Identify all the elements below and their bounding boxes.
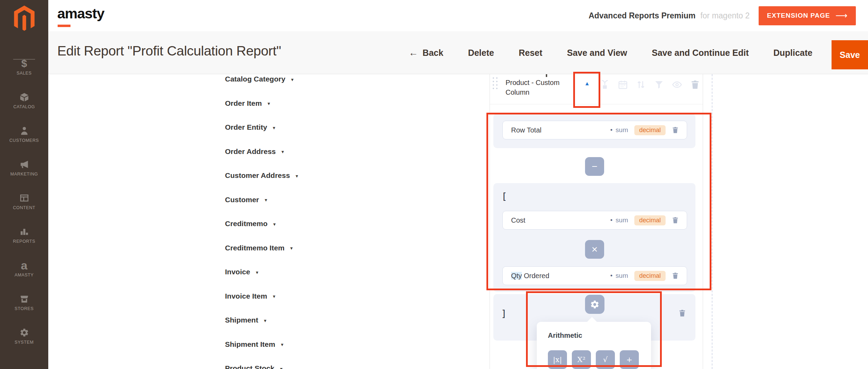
chevron-down-icon — [272, 291, 276, 301]
sidebar-item-label: SYSTEM — [15, 340, 34, 345]
header-right: Advanced Reports Premium for magento 2 E… — [589, 0, 856, 31]
column-header-row: Product - Custom Column — [490, 74, 703, 104]
entity-item-order-entity[interactable]: Order Entity — [225, 123, 299, 132]
entity-item-creditmemo[interactable]: Creditmemo — [225, 219, 299, 228]
entity-item-shipment[interactable]: Shipment — [225, 316, 299, 325]
type-badge: decimal — [634, 125, 666, 135]
extension-page-button[interactable]: EXTENSION PAGE — [759, 6, 856, 25]
magento-logo-icon[interactable] — [13, 6, 36, 31]
calendar-icon[interactable] — [618, 79, 628, 90]
entity-item-shipment-item[interactable]: Shipment Item — [225, 340, 299, 349]
sidebar-item-label: SALES — [17, 71, 32, 76]
entity-item-invoice-item[interactable]: Invoice Item — [225, 292, 299, 301]
amasty-logo[interactable]: amasty — [57, 5, 104, 22]
eye-icon[interactable] — [672, 79, 682, 90]
trash-icon[interactable] — [678, 309, 686, 318]
layout-icon — [19, 192, 29, 204]
sidebar-item-amasty[interactable]: a AMASTY — [0, 257, 48, 291]
entity-item-order-address[interactable]: Order Address — [225, 147, 299, 156]
expression-group-row-total: Row Total • sum decimal — [493, 114, 695, 148]
reset-button[interactable]: Reset — [519, 48, 542, 58]
sidebar-item-system[interactable]: SYSTEM — [0, 325, 48, 358]
drag-handle-icon[interactable] — [493, 77, 498, 92]
sidebar-item-sales[interactable]: $ SALES — [0, 55, 48, 89]
column-header-icons — [600, 79, 700, 90]
arithmetic-buttons: |x| X² √ + — [548, 350, 639, 369]
type-badge: decimal — [634, 271, 666, 281]
entity-item-order-item[interactable]: Order Item — [225, 99, 299, 108]
amasty-logo-underline — [58, 25, 70, 27]
action-buttons: Back Delete Reset Save and View Save and… — [409, 31, 812, 74]
entity-item-customer-address[interactable]: Customer Address — [225, 171, 299, 180]
field-card-row-total[interactable]: Row Total • sum decimal — [502, 121, 687, 139]
back-arrow-icon — [409, 48, 423, 58]
title-bar: Edit Report "Profit Calculation Report" … — [48, 31, 868, 74]
sidebar-item-reports[interactable]: REPORTS — [0, 224, 48, 257]
chevron-down-icon — [267, 98, 271, 108]
expression-group-bracketed: [ Cost • sum decimal × Qty Ordered — [493, 183, 695, 292]
sidebar-item-stores[interactable]: STORES — [0, 291, 48, 325]
trash-icon[interactable] — [671, 272, 679, 280]
add-operator-gear-button[interactable] — [585, 295, 604, 314]
trash-icon[interactable] — [690, 79, 700, 90]
aggregation-label: sum — [616, 126, 628, 134]
popup-pointer — [587, 317, 597, 322]
chevron-down-icon — [290, 243, 294, 253]
product-suffix: for magento 2 — [700, 11, 750, 20]
column-title: Product - Custom Column — [506, 78, 573, 97]
plus-button[interactable]: + — [620, 350, 639, 369]
custom-column-panel: Product - Custom Column — [490, 74, 703, 369]
sidebar-item-label: CATALOG — [13, 104, 35, 109]
storefront-icon — [19, 293, 29, 304]
save-and-view-button[interactable]: Save and View — [567, 48, 627, 58]
save-button[interactable]: Save — [832, 40, 868, 69]
entity-item-catalog-category[interactable]: Catalog Category — [225, 75, 299, 84]
trash-icon[interactable] — [671, 216, 679, 224]
arithmetic-popup: Arithmetic |x| X² √ + — [537, 322, 651, 369]
chevron-down-icon — [272, 122, 276, 132]
duplicate-button[interactable]: Duplicate — [773, 48, 812, 58]
sidebar-item-label: STORES — [15, 306, 34, 311]
sidebar-item-marketing[interactable]: MARKETING — [0, 156, 48, 190]
multiply-operator-button[interactable]: × — [585, 240, 604, 259]
chevron-down-icon — [263, 315, 267, 325]
sort-icon[interactable] — [636, 79, 646, 90]
sidebar-item-label: CONTENT — [13, 205, 35, 210]
chevron-down-icon — [273, 219, 277, 229]
sqrt-button[interactable]: √ — [596, 350, 615, 369]
entity-item-customer[interactable]: Customer — [225, 195, 299, 204]
square-button[interactable]: X² — [572, 350, 591, 369]
trash-icon[interactable] — [671, 126, 679, 134]
abs-button[interactable]: |x| — [548, 350, 567, 369]
sidebar-item-content[interactable]: CONTENT — [0, 190, 48, 224]
sidebar-item-customers[interactable]: CUSTOMERS — [0, 123, 48, 156]
field-card-qty-ordered[interactable]: Qty Ordered • sum decimal — [502, 266, 687, 285]
chevron-down-icon — [279, 363, 283, 369]
amasty-a-icon: a — [21, 260, 27, 271]
bullet-icon: • — [610, 272, 612, 280]
chevron-down-icon — [264, 195, 268, 205]
chevron-down-icon — [281, 146, 285, 156]
split-icon[interactable] — [600, 79, 610, 90]
popup-title: Arithmetic — [548, 332, 582, 340]
gear-icon — [590, 300, 600, 309]
bullet-icon: • — [610, 217, 612, 224]
back-button[interactable]: Back — [409, 48, 443, 58]
entity-item-product-stock[interactable]: Product Stock — [225, 364, 299, 369]
sidebar-item-catalog[interactable]: CATALOG — [0, 89, 48, 123]
page-title: Edit Report "Profit Calculation Report" — [57, 43, 281, 59]
minus-operator-button[interactable]: − — [585, 157, 604, 176]
delete-button[interactable]: Delete — [468, 48, 494, 58]
sidebar-item-label: AMASTY — [15, 273, 34, 277]
filter-icon[interactable] — [654, 79, 664, 90]
entity-item-creditmemo-item[interactable]: Creditmemo Item — [225, 243, 299, 252]
sidebar-item-label: MARKETING — [10, 172, 38, 177]
entity-item-invoice[interactable]: Invoice — [225, 267, 299, 276]
field-card-cost[interactable]: Cost • sum decimal — [502, 211, 687, 230]
bar-chart-icon — [19, 226, 29, 237]
magento-admin-sidebar: $ SALES CATALOG CUSTOMERS MARKETING — [0, 0, 48, 369]
content-area: Catalog Category Order Item Order Entity… — [48, 74, 868, 369]
collapse-arrow-up-icon[interactable] — [580, 78, 594, 89]
app-root: $ SALES CATALOG CUSTOMERS MARKETING — [0, 0, 868, 369]
save-and-continue-edit-button[interactable]: Save and Continue Edit — [652, 48, 749, 58]
